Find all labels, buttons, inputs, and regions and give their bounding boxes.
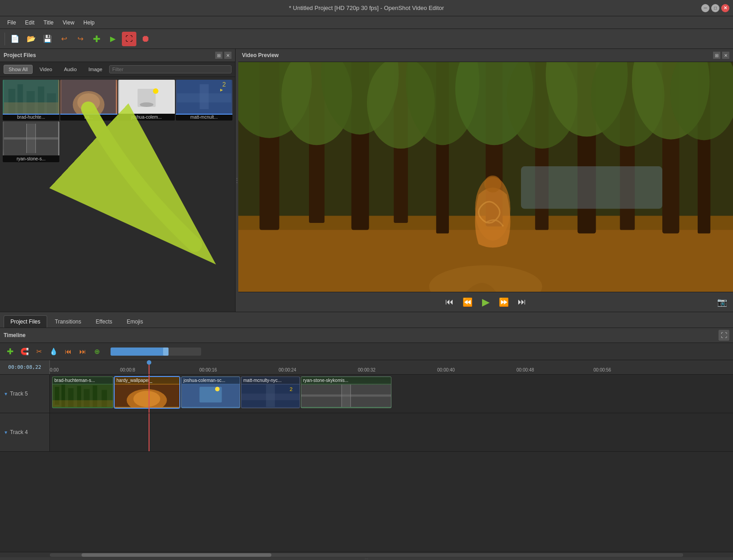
scrollbar-thumb[interactable] (82, 553, 271, 557)
jump-end-button[interactable]: ⏭ (76, 345, 89, 358)
skip-forward-button[interactable]: ⏭ (515, 295, 529, 309)
fullscreen-button[interactable]: ⛶ (122, 32, 136, 46)
video-close-button[interactable]: ✕ (722, 52, 729, 59)
svg-text:2: 2 (222, 81, 226, 88)
clip-ryan-thumb (301, 384, 391, 408)
center-button[interactable]: ⊕ (91, 345, 103, 358)
filter-tab-showall[interactable]: Show All (4, 65, 33, 74)
clip-hardy-thumb (115, 384, 179, 408)
video-expand-button[interactable]: ⊞ (713, 52, 720, 59)
tab-transitions[interactable]: Transitions (48, 315, 88, 328)
timeline-toolbar: ✚ 🧲 ✂ 💧 ⏮ ⏭ ⊕ (0, 343, 733, 360)
timeline-expand-button[interactable]: ⛶ (719, 330, 729, 341)
video-panel-controls: ⊞ ✕ (713, 52, 729, 59)
clip-matt[interactable]: matt-mcnulty-nyc... 2 (241, 377, 300, 408)
new-button[interactable]: 📄 (8, 32, 22, 46)
project-files-panel: Project Files ⊞ ✕ Show All Video Audio I… (0, 49, 236, 312)
tab-effects[interactable]: Effects (89, 315, 119, 328)
thumbnail-matt[interactable]: 2 ▶ matt-mcnult... (176, 80, 232, 121)
ruler-mark-32: 00:00:32 (358, 367, 376, 372)
clip-matt-inner: matt-mcnulty-nyc... 2 (241, 377, 299, 408)
video-preview-panel: Video Preview ⊞ ✕ (238, 49, 733, 312)
filter-input[interactable] (109, 65, 231, 73)
panel-expand-button[interactable]: ⊞ (215, 52, 222, 59)
clip-brad[interactable]: brad-huchteman-s... (52, 377, 113, 408)
cut-button[interactable]: ✂ (33, 345, 45, 358)
thumbnail-ryan[interactable]: ryan-stone-s... (3, 121, 59, 162)
playhead-handle[interactable] (147, 360, 151, 365)
jump-start-button[interactable]: ⏮ (62, 345, 74, 358)
track-row-5: ▼ Track 5 brad-huchteman-s... (0, 375, 733, 413)
menu-file[interactable]: File (4, 18, 19, 27)
toolbar-separator-1 (5, 33, 5, 45)
tab-emojis[interactable]: Emojis (120, 315, 150, 328)
rewind-button[interactable]: ⏪ (460, 295, 475, 309)
open-button[interactable]: 📂 (24, 32, 39, 46)
clip-ryan-inner: ryan-stone-skykomis... (301, 377, 391, 408)
filter-tab-video[interactable]: Video (34, 65, 57, 74)
save-button[interactable]: 💾 (40, 32, 55, 46)
filter-tab-image[interactable]: Image (83, 65, 107, 74)
filter-tab-audio[interactable]: Audio (59, 65, 82, 74)
panel-close-button[interactable]: ✕ (224, 52, 231, 59)
ruler-mark-8: 00:00:8 (120, 367, 135, 372)
horizontal-scrollbar[interactable] (0, 552, 733, 557)
thumbnail-joshua[interactable]: joshua-colem... (118, 80, 175, 121)
menu-help[interactable]: Help (80, 18, 98, 27)
record-button[interactable]: ⏺ (138, 32, 153, 46)
scrollbar-track (50, 553, 683, 557)
ruler-marks: 0:00 00:00:8 00:00:16 00:00:24 00:00:32 … (50, 360, 733, 374)
add-track-button[interactable]: ✚ (4, 345, 16, 358)
svg-rect-21 (4, 137, 58, 140)
redo-button[interactable]: ↪ (73, 32, 87, 46)
close-button[interactable]: ✕ (721, 4, 729, 12)
thumbnail-brad[interactable]: brad-huchte... (3, 80, 59, 121)
tab-project-files[interactable]: Project Files (4, 315, 47, 328)
clip-ryan-header: ryan-stone-skykomis... (301, 377, 391, 384)
zoom-handle[interactable] (163, 348, 169, 356)
timeline-resize-handle[interactable]: ⋯ (0, 557, 733, 560)
track-content-4[interactable] (50, 413, 733, 451)
minimize-button[interactable]: ─ (701, 4, 709, 12)
menu-view[interactable]: View (59, 18, 78, 27)
preview-button[interactable]: ▶ (106, 32, 120, 46)
zoom-slider[interactable] (111, 348, 201, 356)
thumb-label-joshua: joshua-colem... (118, 114, 175, 121)
tracks-area: ▼ Track 5 brad-huchteman-s... (0, 375, 733, 552)
fast-forward-button[interactable]: ⏩ (497, 295, 511, 309)
skip-back-button[interactable]: ⏮ (442, 295, 457, 309)
ruler-mark-16: 00:00:16 (199, 367, 217, 372)
svg-rect-54 (238, 62, 733, 292)
maximize-button[interactable]: □ (711, 4, 719, 12)
thumb-label-ryan: ryan-stone-s... (3, 155, 59, 162)
timeline-ruler: 00:00:08,22 0:00 00:00:8 00:00:16 00:00:… (0, 360, 733, 375)
main-layout: Project Files ⊞ ✕ Show All Video Audio I… (0, 49, 733, 560)
timeline-title: Timeline (4, 332, 25, 338)
track-collapse-arrow-4[interactable]: ▼ (4, 430, 8, 435)
clip-joshua[interactable]: joshua-coleman-sc... (181, 377, 240, 408)
play-button[interactable]: ▶ (478, 295, 493, 309)
add-marker-button[interactable]: 💧 (47, 345, 60, 358)
screenshot-button[interactable]: 📷 (716, 296, 728, 309)
svg-point-9 (77, 93, 100, 111)
track-label-5[interactable]: ▼ Track 5 (0, 375, 50, 413)
add-button[interactable]: ✚ (89, 32, 104, 46)
track-name-5: Track 5 (10, 391, 28, 397)
clip-ryan[interactable]: ryan-stone-skykomis... (301, 377, 391, 408)
clip-hardy[interactable]: hardy_wallpaper_ (114, 377, 180, 408)
undo-button[interactable]: ↩ (57, 32, 71, 46)
svg-point-69 (215, 387, 220, 391)
svg-point-13 (140, 102, 153, 107)
menu-edit[interactable]: Edit (21, 18, 38, 27)
track-collapse-arrow-5[interactable]: ▼ (4, 391, 8, 396)
filter-bar: Show All Video Audio Image (0, 62, 235, 77)
thumbnail-hardy[interactable]: ha... (60, 80, 117, 121)
track-content-5[interactable]: brad-huchteman-s... (50, 375, 733, 413)
track-label-4[interactable]: ▼ Track 4 (0, 413, 50, 451)
clip-brad-inner: brad-huchteman-s... (53, 377, 113, 408)
ruler-mark-56: 00:00:56 (593, 367, 611, 372)
menu-title[interactable]: Title (40, 18, 57, 27)
video-preview-title: Video Preview (242, 52, 279, 58)
video-controls: ⏮ ⏪ ▶ ⏩ ⏭ 📷 (238, 292, 733, 312)
magnet-button[interactable]: 🧲 (18, 345, 31, 358)
